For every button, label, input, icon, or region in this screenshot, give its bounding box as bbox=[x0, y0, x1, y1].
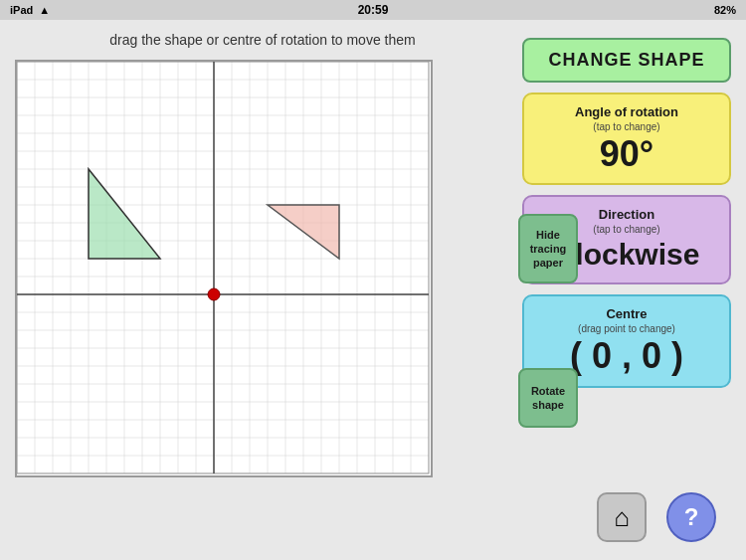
angle-title: Angle of rotation bbox=[536, 104, 717, 121]
home-button[interactable]: ⌂ bbox=[597, 492, 647, 542]
angle-value: 90° bbox=[536, 134, 717, 174]
centre-title: Centre bbox=[536, 306, 717, 323]
right-panel: CHANGE SHAPE Angle of rotation (tap to c… bbox=[522, 30, 731, 550]
status-bar: iPad ▲ 20:59 82% bbox=[0, 0, 746, 20]
left-panel: drag the shape or centre of rotation to … bbox=[15, 30, 510, 550]
ipad-label: iPad bbox=[10, 4, 33, 16]
question-icon: ? bbox=[684, 503, 699, 531]
change-shape-button[interactable]: CHANGE SHAPE bbox=[522, 38, 731, 83]
grid-canvas[interactable] bbox=[17, 62, 435, 479]
main-content: drag the shape or centre of rotation to … bbox=[0, 20, 746, 560]
instruction-text: drag the shape or centre of rotation to … bbox=[15, 30, 510, 54]
centre-subtitle: (drag point to change) bbox=[536, 323, 717, 334]
grid-wrapper: Hidetracingpaper Rotateshape bbox=[15, 60, 510, 477]
bottom-buttons: ⌂ ? bbox=[597, 492, 716, 542]
status-left: iPad ▲ bbox=[10, 4, 50, 16]
battery-indicator: 82% bbox=[714, 4, 736, 16]
hide-tracing-paper-button[interactable]: Hidetracingpaper bbox=[518, 214, 578, 283]
help-button[interactable]: ? bbox=[666, 492, 716, 542]
grid-container[interactable] bbox=[15, 60, 433, 477]
home-icon: ⌂ bbox=[614, 502, 630, 533]
rotate-shape-button[interactable]: Rotateshape bbox=[518, 368, 578, 428]
wifi-icon: ▲ bbox=[39, 4, 50, 16]
angle-subtitle: (tap to change) bbox=[536, 121, 717, 132]
angle-card[interactable]: Angle of rotation (tap to change) 90° bbox=[522, 93, 731, 185]
status-time: 20:59 bbox=[358, 3, 389, 17]
